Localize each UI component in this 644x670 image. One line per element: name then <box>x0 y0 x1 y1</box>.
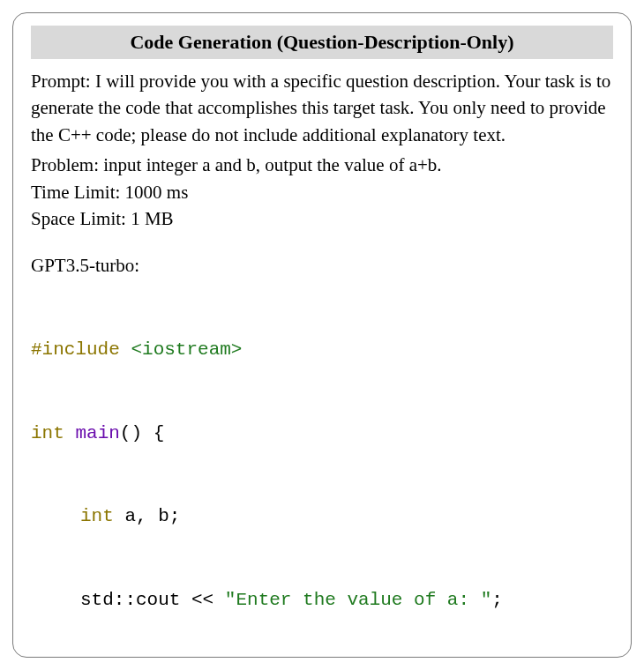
problem-line: Problem: input integer a and b, output t… <box>31 152 613 178</box>
code-block: #include <iostream> int main() { int a, … <box>31 280 613 670</box>
time-limit-value: 1000 ms <box>125 182 189 203</box>
space-limit-label: Space Limit: <box>31 208 131 229</box>
space-limit-value: 1 MB <box>131 208 173 229</box>
token-parens-brace: () { <box>120 423 164 443</box>
problem-label: Problem: <box>31 154 103 175</box>
example-card: Code Generation (Question-Description-On… <box>12 12 632 658</box>
token-space <box>64 423 76 443</box>
card-body: Prompt: I will provide you with a specif… <box>31 68 613 670</box>
code-line-4: std::cout << "Enter the value of a: "; <box>31 586 613 614</box>
token-include: #include <box>31 339 120 360</box>
token-decl: a, b; <box>114 506 181 526</box>
model-label: GPT3.5-turbo: <box>31 252 613 279</box>
time-limit-line: Time Limit: 1000 ms <box>31 179 613 205</box>
token-semi: ; <box>491 590 503 610</box>
problem-text: input integer a and b, output the value … <box>103 154 441 175</box>
token-main: main <box>75 423 119 443</box>
card-title: Code Generation (Question-Description-On… <box>130 31 513 53</box>
token-string: "Enter the value of a: " <box>225 590 491 610</box>
code-line-1: #include <iostream> <box>31 336 613 364</box>
token-int: int <box>80 506 114 526</box>
token-space <box>120 339 131 360</box>
space-limit-line: Space Limit: 1 MB <box>31 205 613 232</box>
code-line-2: int main() { <box>31 420 613 448</box>
code-line-3: int a, b; <box>31 502 613 531</box>
token-header: <iostream> <box>131 339 242 360</box>
title-bar: Code Generation (Question-Description-On… <box>31 26 613 59</box>
prompt-text: I will provide you with a specific quest… <box>31 71 610 145</box>
time-limit-label: Time Limit: <box>31 182 125 203</box>
token-cout: std::cout << <box>80 590 225 610</box>
prompt-block: Prompt: I will provide you with a specif… <box>31 68 613 148</box>
token-int: int <box>31 423 64 443</box>
spacer <box>31 233 613 252</box>
prompt-label: Prompt: <box>31 71 95 92</box>
